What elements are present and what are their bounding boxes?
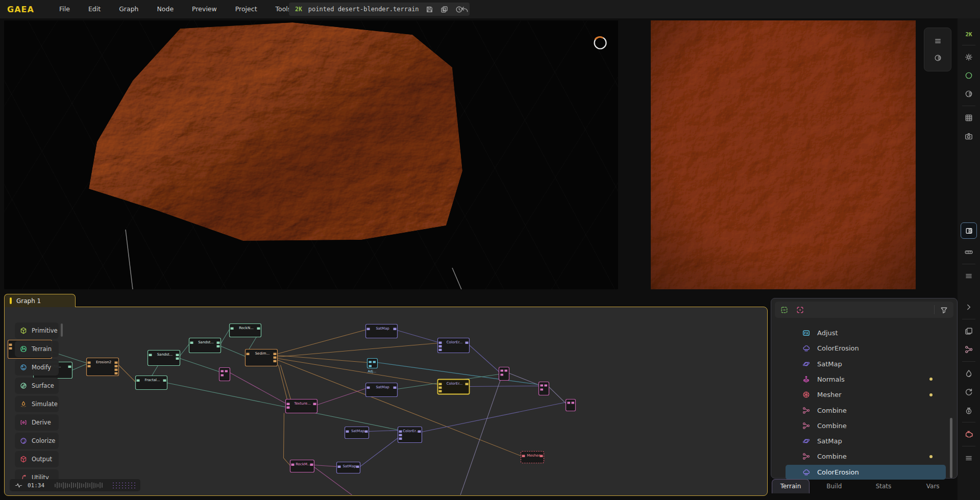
document-pill[interactable]: 2K pointed desert-blender.terrain bbox=[289, 3, 470, 16]
grid-icon[interactable] bbox=[964, 113, 973, 122]
category-primitive[interactable]: Primitive bbox=[15, 322, 59, 339]
node-list-item-colorerosion[interactable]: ColorErosion bbox=[786, 341, 946, 356]
menu-item-node[interactable]: Node bbox=[148, 0, 183, 18]
viewport-menu-icon[interactable] bbox=[964, 271, 973, 281]
duplicate-icon[interactable] bbox=[440, 5, 449, 14]
graph-node-colorerosion-3[interactable]: ColorEr... bbox=[398, 427, 422, 443]
filter-icon[interactable] bbox=[940, 306, 948, 314]
tab-vars[interactable]: Vars bbox=[908, 483, 958, 490]
graph-node-satmap-3[interactable]: SatMap bbox=[345, 427, 369, 439]
node-graph-panel[interactable]: Fractal..Erosion2Fractal...Sandst...Sand… bbox=[4, 307, 768, 496]
graph-tab[interactable]: Graph 1 bbox=[4, 294, 76, 307]
nodes-icon[interactable] bbox=[964, 345, 973, 354]
performance-icon[interactable] bbox=[964, 369, 973, 378]
collapse-panel-icon[interactable] bbox=[964, 303, 973, 312]
graph-node-satmap-2[interactable]: SatMap bbox=[366, 383, 398, 397]
node-label: Combine bbox=[817, 453, 847, 460]
graph-node-satmap-4[interactable]: SatMap bbox=[337, 462, 360, 473]
document-name: pointed desert-blender.terrain bbox=[308, 6, 419, 13]
node-list-item-colorerosion-selected[interactable]: ColorErosion bbox=[786, 465, 946, 480]
node-list-item-adjust[interactable]: FXAdjust bbox=[786, 326, 946, 340]
node-list-item-combine[interactable]: Combine bbox=[786, 403, 946, 418]
tab-stats[interactable]: Stats bbox=[859, 483, 909, 490]
resolution-badge[interactable]: 2K bbox=[295, 6, 302, 13]
graph-edge bbox=[278, 356, 368, 363]
graph-tab-label: Graph 1 bbox=[16, 297, 41, 305]
node-list-scrollbar[interactable] bbox=[950, 418, 952, 478]
measure-icon[interactable] bbox=[964, 247, 973, 257]
node-graph-canvas[interactable]: Fractal..Erosion2Fractal...Sandst...Sand… bbox=[5, 307, 767, 495]
graph-node-satmap-1[interactable]: SatMap bbox=[366, 324, 398, 338]
graph-node-sandstone-1[interactable]: Sandst... bbox=[148, 351, 180, 366]
node-list-item-normals[interactable]: Normals bbox=[786, 372, 946, 387]
svg-text:Mesher: Mesher bbox=[527, 454, 540, 458]
render-sphere-icon[interactable] bbox=[964, 71, 973, 80]
tab-build[interactable]: Build bbox=[810, 483, 859, 490]
category-modify[interactable]: Modify bbox=[15, 359, 59, 376]
menu-item-project[interactable]: Project bbox=[226, 0, 266, 18]
lighting-icon[interactable] bbox=[964, 53, 973, 62]
graph-node-mini-4[interactable] bbox=[566, 399, 576, 411]
node-list-item-mesher[interactable]: Mesher bbox=[786, 387, 946, 402]
tab-terrain[interactable]: Terrain bbox=[772, 479, 810, 493]
menu-item-file[interactable]: File bbox=[50, 0, 79, 18]
graph-node-erosion2[interactable]: Erosion2 bbox=[87, 358, 119, 376]
divider bbox=[962, 446, 975, 446]
locate-node-icon[interactable] bbox=[796, 306, 804, 314]
graph-node-rocknoise[interactable]: RockN... bbox=[230, 324, 261, 337]
orbit-gizmo[interactable] bbox=[595, 37, 606, 49]
graph-node-mini-2[interactable] bbox=[499, 367, 509, 381]
node-label: ColorErosion bbox=[817, 344, 859, 352]
category-output[interactable]: Output bbox=[15, 451, 59, 467]
category-terrain[interactable]: Terrain bbox=[15, 341, 59, 357]
category-derive[interactable]: Derive bbox=[15, 414, 59, 431]
node-list-item-satmap[interactable]: SatMap bbox=[786, 357, 946, 371]
colorize-icon bbox=[19, 437, 28, 445]
graph-node-mesher-1[interactable]: Mesher bbox=[521, 452, 544, 463]
preview-display-icon[interactable] bbox=[934, 54, 942, 62]
category-surface[interactable]: Surface bbox=[15, 378, 59, 394]
graph-node-rockmap[interactable]: RockM... bbox=[290, 460, 314, 472]
graph-node-texture-1[interactable]: Texture... bbox=[286, 399, 317, 413]
snap-view-icon[interactable] bbox=[780, 306, 789, 314]
2d-preview[interactable] bbox=[651, 20, 916, 289]
menu-item-graph[interactable]: Graph bbox=[110, 0, 148, 18]
category-label: Simulate bbox=[32, 401, 58, 408]
resolution-badge[interactable]: 2K bbox=[965, 31, 972, 38]
node-list-item-combine[interactable]: Combine bbox=[786, 449, 946, 464]
graph-node-colorerosion-1[interactable]: ColorEr... bbox=[438, 338, 470, 353]
category-label: Output bbox=[32, 456, 52, 463]
graph-node-sediment[interactable]: Sedim... bbox=[246, 349, 278, 366]
split-view-icon[interactable] bbox=[961, 222, 977, 239]
combine-icon bbox=[802, 406, 811, 415]
rebuild-icon[interactable] bbox=[964, 387, 973, 396]
menu-item-preview[interactable]: Preview bbox=[183, 0, 226, 18]
svg-text:Sandst...: Sandst... bbox=[157, 353, 173, 357]
3d-viewport[interactable] bbox=[4, 20, 618, 289]
graph-node-fractal-2[interactable]: Fractal... bbox=[136, 376, 167, 390]
shading-icon[interactable] bbox=[964, 89, 973, 98]
menu-item-edit[interactable]: Edit bbox=[79, 0, 110, 18]
node-list-item-satmap[interactable]: SatMap bbox=[786, 434, 946, 448]
library-icon[interactable] bbox=[964, 327, 973, 336]
category-scrollbar[interactable] bbox=[61, 323, 63, 337]
graph-node-mini-3[interactable] bbox=[539, 382, 549, 395]
node-list-item-combine[interactable]: Combine bbox=[786, 418, 946, 433]
engine-icon[interactable] bbox=[964, 430, 973, 439]
graph-edge bbox=[278, 359, 438, 385]
graph-edge bbox=[72, 364, 87, 370]
panel-menu-icon[interactable] bbox=[964, 454, 973, 463]
experimental-icon[interactable] bbox=[964, 406, 973, 415]
graph-node-sandstone-2[interactable]: Sandst... bbox=[189, 338, 221, 353]
preview-menu-icon[interactable] bbox=[934, 37, 942, 45]
graph-node-colorerosion-2[interactable]: ColorEr... bbox=[438, 380, 470, 394]
category-label: Primitive bbox=[32, 327, 58, 334]
undo-icon[interactable] bbox=[459, 5, 470, 15]
category-simulate[interactable]: Simulate bbox=[15, 396, 59, 412]
category-colorize[interactable]: Colorize bbox=[15, 433, 59, 449]
save-icon[interactable] bbox=[425, 5, 434, 14]
graph-node-mini-1[interactable] bbox=[219, 368, 230, 381]
camera-icon[interactable] bbox=[964, 132, 973, 141]
graph-node-adjust-1[interactable]: Adj... bbox=[368, 359, 378, 373]
gaea-application: GAEA FileEditGraphNodePreviewProjectTool… bbox=[0, 0, 980, 500]
